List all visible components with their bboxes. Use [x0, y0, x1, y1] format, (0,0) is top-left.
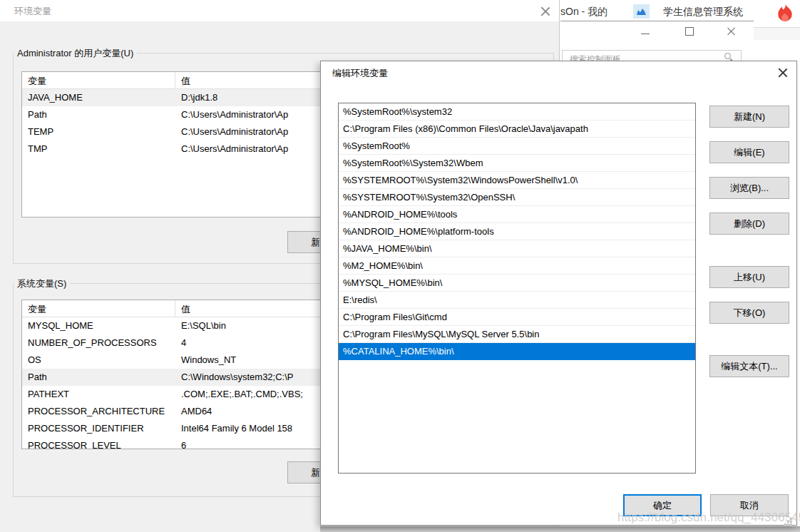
close-icon[interactable]: [776, 67, 788, 78]
new-button[interactable]: 新建(N): [709, 106, 789, 128]
list-item[interactable]: %SystemRoot%\System32\Wbem: [339, 155, 695, 172]
move-down-button[interactable]: 下移(O): [709, 302, 789, 324]
favicon-glyph: [636, 8, 647, 16]
list-item[interactable]: C:\Program Files\MySQL\MySQL Server 5.5\…: [339, 326, 695, 343]
toolbar-band: [754, 28, 800, 40]
maximize-icon[interactable]: [680, 24, 699, 39]
minimize-icon[interactable]: [636, 24, 655, 39]
close-icon[interactable]: [539, 6, 550, 17]
variable-name: JAVA_HOME: [22, 89, 175, 106]
path-entries-list[interactable]: %SystemRoot%\system32C:\Program Files (x…: [338, 103, 696, 474]
variable-name: PROCESSOR_IDENTIFIER: [22, 420, 175, 437]
window-bottom-edge: [320, 526, 800, 532]
variable-name: PATHEXT: [22, 386, 175, 403]
resize-grip[interactable]: [790, 518, 792, 520]
variable-name: TMP: [22, 140, 175, 158]
watermark: https://blog.csdn.net/qq_44306545: [617, 511, 800, 524]
list-item[interactable]: C:\Program Files\Git\cmd: [339, 309, 695, 326]
delete-button[interactable]: 删除(D): [709, 213, 789, 235]
list-item[interactable]: %MYSQL_HOME%\bin\: [339, 275, 695, 292]
system-variables-label: 系统变量(S): [14, 277, 70, 290]
variable-name: OS: [22, 352, 175, 369]
list-item[interactable]: %SystemRoot%\system32: [339, 103, 695, 121]
list-item[interactable]: %CATALINA_HOME%\bin\: [339, 343, 695, 360]
close-glyph: [726, 26, 736, 36]
search-icon: [724, 53, 731, 59]
flame-icon[interactable]: [777, 4, 793, 22]
variable-name: Path: [22, 106, 175, 123]
variable-name: TEMP: [22, 123, 175, 140]
edit-button[interactable]: 编辑(E): [709, 141, 789, 163]
list-item[interactable]: %M2_HOME%\bin\: [339, 257, 695, 275]
browse-button[interactable]: 浏览(B)...: [709, 177, 789, 199]
title-bar[interactable]: 环境变量: [0, 0, 559, 21]
list-item[interactable]: C:\Program Files (x86)\Common Files\Orac…: [339, 121, 695, 138]
dialog-title: 编辑环境变量: [332, 67, 388, 80]
user-variables-label: Administrator 的用户变量(U): [14, 47, 137, 60]
edit-environment-variable-dialog: 编辑环境变量 %SystemRoot%\system32C:\Program F…: [320, 61, 797, 526]
move-up-button[interactable]: 上移(U): [709, 266, 789, 288]
variable-name: MYSQL_HOME: [22, 317, 175, 334]
list-item[interactable]: E:\redis\: [339, 292, 695, 309]
browser-tab-partial[interactable]: sOn - 我的: [560, 6, 607, 19]
variable-name: PROCESSOR_ARCHITECTURE: [22, 403, 175, 420]
close-icon[interactable]: [722, 24, 740, 39]
column-header-variable[interactable]: 变量: [22, 300, 175, 317]
variable-name: Path: [22, 369, 175, 386]
list-item[interactable]: %JAVA_HOME%\bin\: [339, 240, 695, 257]
list-item[interactable]: %SYSTEMROOT%\System32\WindowsPowerShell\…: [339, 172, 695, 189]
list-item[interactable]: %ANDROID_HOME%\platform-tools: [339, 223, 695, 240]
window-title: 环境变量: [14, 5, 51, 18]
browser-tab-student-system[interactable]: 学生信息管理系统: [663, 6, 743, 19]
edit-text-button[interactable]: 编辑文本(T)...: [709, 355, 789, 377]
maximize-glyph: [685, 27, 694, 36]
list-item[interactable]: %SYSTEMROOT%\System32\OpenSSH\: [339, 189, 695, 206]
student-system-favicon: [633, 4, 650, 19]
list-item[interactable]: %SystemRoot%: [339, 138, 695, 155]
minimize-glyph: [641, 34, 650, 34]
variable-name: PROCESSOR_LEVEL: [22, 437, 175, 449]
list-item[interactable]: %ANDROID_HOME%\tools: [339, 206, 695, 223]
variable-name: NUMBER_OF_PROCESSORS: [22, 334, 175, 352]
column-header-variable[interactable]: 变量: [22, 72, 175, 88]
